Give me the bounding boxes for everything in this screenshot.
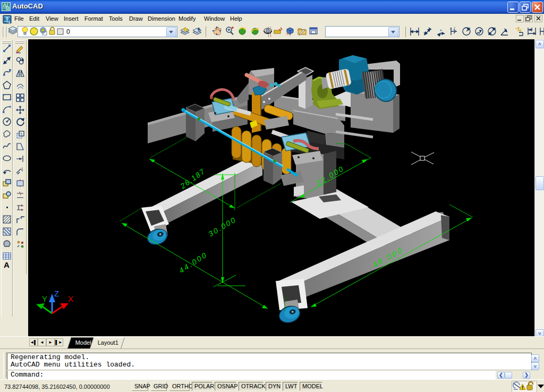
svg-text:Y: Y xyxy=(454,27,456,30)
svg-text:A: A xyxy=(4,260,10,269)
svg-text:Z: Z xyxy=(54,289,59,298)
svg-text:X: X xyxy=(450,27,452,30)
svg-text:X: X xyxy=(68,294,73,303)
svg-text:Y: Y xyxy=(42,294,47,303)
svg-text:0: 0 xyxy=(66,28,70,36)
